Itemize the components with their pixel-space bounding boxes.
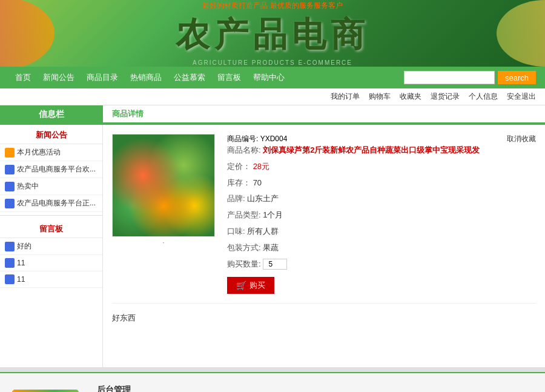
nav-bar: 首页 新闻公告 商品目录 热销商品 公益慕索 留言板 帮助中心 search	[0, 67, 545, 88]
sidebar-news-item-1[interactable]: 本月优惠活动	[0, 144, 102, 161]
guest-icon-1	[5, 242, 15, 251]
returns-link[interactable]: 退货记录	[431, 91, 460, 102]
news-icon-1	[5, 148, 15, 158]
my-orders-link[interactable]: 我的订单	[331, 91, 360, 102]
footer-title: 后台管理	[97, 382, 533, 392]
guest-icon-2	[5, 258, 15, 268]
product-price-row: 定价： 28元	[227, 161, 536, 173]
search-area: search	[404, 71, 536, 84]
profile-link[interactable]: 个人信息	[469, 91, 498, 102]
footer-info: 后台管理 公司地址:农产品电商服务平台 客服信箱:88888888@163.co…	[97, 382, 533, 392]
cart-link[interactable]: 购物车	[369, 91, 391, 102]
section-header-row: 信息栏 商品详情	[0, 105, 545, 125]
header-slogan: 最好的材质打造产品 最优质的服务服务客户	[176, 1, 369, 11]
quantity-input[interactable]	[263, 259, 287, 270]
main-container: 新闻公告 本月优惠活动 农产品电商服务平台欢... 热卖中 农产品电商服务平台正…	[0, 125, 545, 367]
favorites-link[interactable]: 收藏夹	[400, 91, 421, 102]
product-stock-row: 库存： 70	[227, 177, 536, 190]
sidebar-guest-item-1[interactable]: 好的	[0, 238, 102, 255]
product-image	[112, 134, 215, 237]
header-sub-title: AGRICULTURE PRODUCTS E-COMMERCE	[176, 59, 369, 66]
product-name-row: 商品名称: 刘保真绿芦第2斤装新鲜农产品自种蔬菜出口级掌中宝现采现发	[227, 144, 536, 157]
footer: fresh home 新鲜到家 后台管理 公司地址:农产品电商服务平台 客服信箱…	[0, 372, 545, 392]
product-image-inner	[113, 135, 214, 236]
product-type-row: 产品类型: 1个月	[227, 209, 536, 222]
footer-logo-area: fresh home 新鲜到家	[12, 390, 85, 392]
product-brand-row: 品牌: 山东土产	[227, 193, 536, 205]
secondary-nav: 我的订单 购物车 收藏夹 退货记录 个人信息 安全退出	[0, 88, 545, 105]
sidebar-guest-item-2[interactable]: 11	[0, 255, 102, 271]
nav-catalog[interactable]: 商品目录	[81, 72, 124, 83]
product-image-caption: ·	[112, 239, 215, 246]
sidebar-guest-item-3[interactable]: 11	[0, 271, 102, 288]
cancel-collect-button[interactable]: 取消收藏	[507, 134, 536, 144]
guestbook-section-title: 留言板	[0, 219, 102, 238]
nav-guestbook[interactable]: 留言板	[211, 72, 247, 83]
product-taste-row: 口味: 所有人群	[227, 225, 536, 238]
sidebar-news-item-3[interactable]: 热卖中	[0, 178, 102, 195]
search-button[interactable]: search	[498, 71, 536, 84]
header-deco-right	[448, 0, 545, 67]
news-icon-4	[5, 199, 15, 208]
news-icon-2	[5, 165, 15, 174]
header-deco-left	[0, 0, 109, 67]
news-section-title: 新闻公告	[0, 125, 102, 144]
product-id: 商品编号: YXD004	[227, 134, 287, 144]
product-package-row: 包装方式: 果蔬	[227, 242, 536, 254]
logout-link[interactable]: 安全退出	[507, 91, 536, 102]
sidebar-header: 信息栏	[0, 105, 103, 124]
product-info: 商品编号: YXD004 取消收藏 商品名称: 刘保真绿芦第2斤装新鲜农产品自种…	[227, 134, 536, 294]
header-main-title: 农产品电商	[176, 12, 369, 58]
product-detail: · 商品编号: YXD004 取消收藏 商品名称: 刘保真绿芦第2斤装新鲜农产品…	[112, 134, 536, 294]
sidebar: 新闻公告 本月优惠活动 农产品电商服务平台欢... 热卖中 农产品电商服务平台正…	[0, 125, 103, 367]
comment-text: 好东西	[112, 310, 536, 327]
main-content: · 商品编号: YXD004 取消收藏 商品名称: 刘保真绿芦第2斤装新鲜农产品…	[103, 125, 545, 367]
product-image-area: ·	[112, 134, 215, 294]
buy-button[interactable]: 🛒 购买	[227, 277, 274, 294]
nav-charity[interactable]: 公益慕索	[168, 72, 211, 83]
sidebar-news-item-4[interactable]: 农产品电商服务平台正...	[0, 195, 102, 212]
footer-logo: fresh home 新鲜到家	[12, 390, 79, 392]
nav-help[interactable]: 帮助中心	[247, 72, 291, 83]
nav-home[interactable]: 首页	[9, 72, 37, 83]
comment-area: 好东西	[112, 303, 536, 327]
header-banner: 最好的材质打造产品 最优质的服务服务客户 农产品电商 AGRICULTURE P…	[0, 0, 545, 67]
nav-hot[interactable]: 热销商品	[124, 72, 168, 83]
product-id-row: 商品编号: YXD004 取消收藏	[227, 134, 536, 144]
guest-icon-3	[5, 274, 15, 284]
product-qty-row: 购买数量:	[227, 258, 536, 271]
cart-icon: 🛒	[236, 281, 246, 290]
main-header: 商品详情	[103, 105, 545, 124]
news-icon-3	[5, 182, 15, 191]
sidebar-news-item-2[interactable]: 农产品电商服务平台欢...	[0, 161, 102, 178]
nav-news[interactable]: 新闻公告	[37, 72, 81, 83]
search-input[interactable]	[404, 71, 495, 84]
